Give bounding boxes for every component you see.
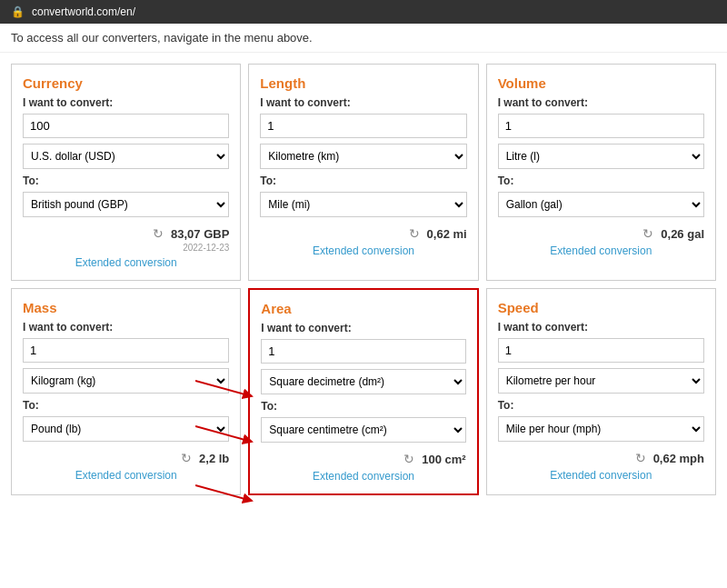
card-label-area: I want to convert: [261, 322, 465, 334]
lock-icon: 🔒 [11, 5, 25, 18]
converter-card-speed: Speed I want to convert: Kilometre per h… [486, 288, 716, 495]
card-to-label-mass: To: [23, 399, 229, 412]
card-label-mass: I want to convert: [23, 321, 229, 334]
card-to-select-area[interactable]: Square centimetre (cm²) [261, 417, 465, 443]
extended-link-speed[interactable]: Extended conversion [498, 469, 704, 482]
converter-card-volume: Volume I want to convert: Litre (l) To: … [486, 64, 716, 281]
address-bar: 🔒 convertworld.com/en/ [0, 0, 727, 24]
card-input-area[interactable] [261, 339, 465, 364]
card-input-speed[interactable] [498, 338, 704, 363]
card-to-label-area: To: [261, 400, 465, 413]
card-label-speed: I want to convert: [498, 321, 704, 334]
refresh-icon-volume[interactable]: ↻ [642, 226, 653, 241]
refresh-icon-speed[interactable]: ↻ [635, 451, 646, 465]
card-to-select-currency[interactable]: British pound (GBP) [23, 192, 229, 217]
card-from-select-currency[interactable]: U.S. dollar (USD) [23, 144, 229, 169]
card-result-row-area: ↻ 100 cm² [261, 452, 465, 466]
card-from-select-length[interactable]: Kilometre (km) [260, 144, 466, 169]
card-to-label-length: To: [260, 174, 466, 187]
card-to-label-speed: To: [498, 399, 704, 412]
refresh-icon-mass[interactable]: ↻ [181, 451, 192, 465]
card-title-area: Area [261, 301, 465, 316]
card-from-select-mass[interactable]: Kilogram (kg) [23, 368, 229, 394]
card-from-select-volume[interactable]: Litre (l) [498, 144, 704, 169]
converter-card-area: Area I want to convert: Square decimetre… [248, 288, 478, 495]
card-result-speed: 0,62 mph [653, 452, 704, 465]
extended-link-volume[interactable]: Extended conversion [498, 244, 704, 257]
card-to-label-volume: To: [498, 174, 704, 187]
card-from-select-area[interactable]: Square decimetre (dm²) [261, 369, 465, 394]
card-input-volume[interactable] [498, 114, 704, 138]
card-input-currency[interactable] [23, 114, 229, 138]
converter-card-currency: Currency I want to convert: U.S. dollar … [11, 64, 241, 281]
card-label-currency: I want to convert: [23, 96, 229, 109]
card-from-select-speed[interactable]: Kilometre per hour [498, 368, 704, 394]
converter-card-mass: Mass I want to convert: Kilogram (kg) To… [11, 288, 241, 495]
extended-link-mass[interactable]: Extended conversion [23, 469, 229, 482]
card-result-volume: 0,26 gal [661, 227, 704, 241]
card-title-mass: Mass [23, 300, 229, 315]
card-result-currency: 83,07 GBP [171, 227, 229, 241]
card-result-row-speed: ↻ 0,62 mph [498, 451, 704, 465]
refresh-icon-area[interactable]: ↻ [403, 452, 414, 466]
card-label-volume: I want to convert: [498, 96, 704, 109]
card-to-select-speed[interactable]: Mile per hour (mph) [498, 416, 704, 442]
card-to-select-length[interactable]: Mile (mi) [260, 192, 466, 217]
card-to-select-mass[interactable]: Pound (lb) [23, 416, 229, 442]
converters-grid: Currency I want to convert: U.S. dollar … [0, 53, 727, 506]
card-result-row-length: ↻ 0,62 mi [260, 226, 466, 241]
card-result-row-mass: ↻ 2,2 lb [23, 451, 229, 465]
extended-link-length[interactable]: Extended conversion [260, 244, 466, 257]
card-input-length[interactable] [260, 114, 466, 138]
extended-link-area[interactable]: Extended conversion [261, 470, 465, 483]
refresh-icon-length[interactable]: ↻ [409, 226, 420, 241]
card-input-mass[interactable] [23, 338, 229, 363]
card-result-length: 0,62 mi [427, 227, 467, 241]
card-title-volume: Volume [498, 75, 704, 91]
card-title-length: Length [260, 75, 466, 91]
card-to-select-volume[interactable]: Gallon (gal) [498, 192, 704, 217]
url-text: convertworld.com/en/ [32, 5, 135, 18]
card-title-currency: Currency [23, 75, 229, 91]
card-title-speed: Speed [498, 300, 704, 315]
top-notice: To access all our converters, navigate i… [0, 24, 727, 53]
extended-link-currency[interactable]: Extended conversion [23, 256, 229, 269]
card-date-currency: 2022-12-23 [23, 243, 229, 253]
card-result-row-currency: ↻ 83,07 GBP [23, 226, 229, 241]
card-to-label-currency: To: [23, 174, 229, 187]
card-result-mass: 2,2 lb [199, 452, 229, 465]
refresh-icon-currency[interactable]: ↻ [153, 226, 164, 241]
card-label-length: I want to convert: [260, 96, 466, 109]
card-result-area: 100 cm² [422, 453, 465, 466]
converter-card-length: Length I want to convert: Kilometre (km)… [248, 64, 478, 281]
card-result-row-volume: ↻ 0,26 gal [498, 226, 704, 241]
